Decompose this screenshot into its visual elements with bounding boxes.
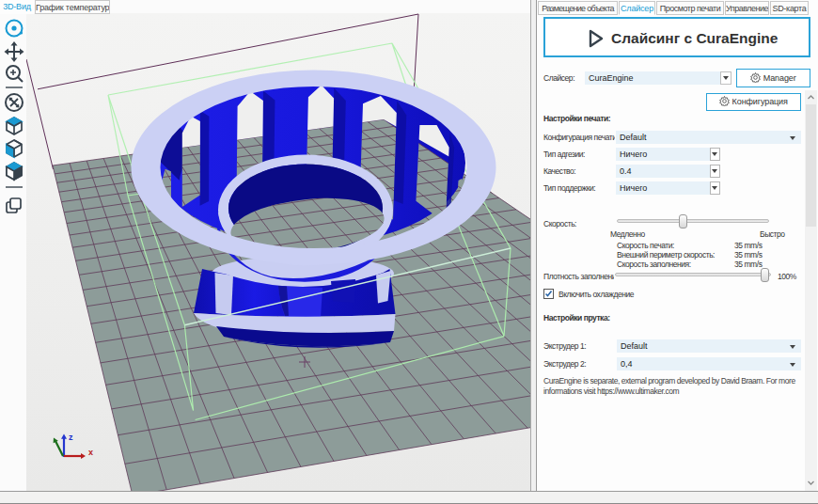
- svg-text:z: z: [69, 433, 73, 442]
- svg-text:x: x: [88, 448, 93, 457]
